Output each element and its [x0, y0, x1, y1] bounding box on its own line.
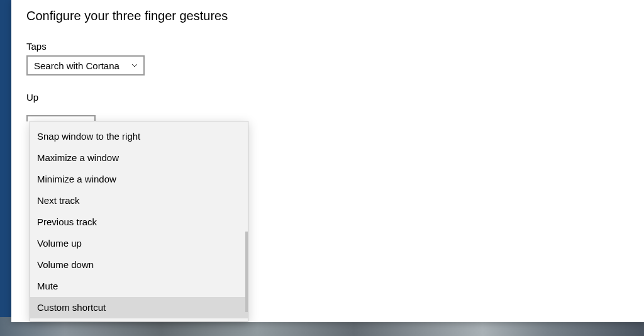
dropdown-item-volume-down[interactable]: Volume down	[30, 254, 248, 276]
up-dropdown-list: Snap window to the right Maximize a wind…	[30, 121, 248, 321]
dropdown-item-previous-track[interactable]: Previous track	[30, 211, 248, 233]
up-dropdown-panel: Snap window to the right Maximize a wind…	[30, 121, 248, 322]
dropdown-item-maximize[interactable]: Maximize a window	[30, 147, 248, 169]
dropdown-item-custom-shortcut[interactable]: Custom shortcut	[30, 297, 248, 318]
dropdown-item-next-track[interactable]: Next track	[30, 190, 248, 211]
page-title: Configure your three finger gestures	[26, 9, 629, 23]
dropdown-item-mute[interactable]: Mute	[30, 276, 248, 297]
taps-combobox-value: Search with Cortana	[34, 60, 119, 71]
dropdown-item-snap-right[interactable]: Snap window to the right	[30, 126, 248, 147]
dropdown-item-volume-up[interactable]: Volume up	[30, 233, 248, 254]
taps-combobox[interactable]: Search with Cortana	[26, 55, 145, 76]
up-label: Up	[26, 92, 629, 103]
taps-label: Taps	[26, 41, 629, 52]
chevron-down-icon	[131, 62, 138, 69]
dropdown-item-minimize[interactable]: Minimize a window	[30, 169, 248, 190]
settings-window: Configure your three finger gestures Tap…	[11, 0, 644, 322]
dropdown-scrollbar[interactable]	[245, 232, 248, 312]
